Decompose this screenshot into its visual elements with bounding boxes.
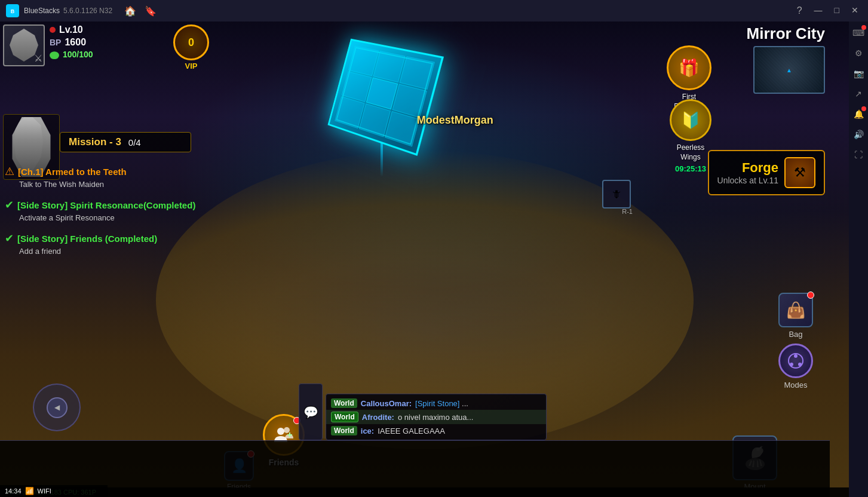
top-right-hud: Mirror City [747,24,825,94]
joystick-inner: ◀ [47,397,68,418]
hp-icon [50,50,59,59]
player-name-bar: Lv.10 [50,24,93,35]
forge-info: Forge Unlocks at Lv.11 [717,160,778,185]
mission-bar[interactable]: Mission - 3 0/4 [60,132,191,152]
chat-name-2: Afrodite: [362,413,394,422]
sidebar-icon-5[interactable]: 🔔 [852,108,865,121]
time-display: 14:34 [5,487,22,495]
chat-line-2: World Afrodite: o nivel maximo atua... [326,410,546,424]
svg-text:B: B [11,8,15,14]
bag-notification-badge [807,292,814,299]
location-name: Mirror City [747,24,825,43]
chat-name-1: CallousOmar: [361,399,412,408]
avatar-character-art [6,29,42,62]
cube-inner [328,39,444,156]
sidebar-icon-4[interactable]: ↗ [852,87,865,100]
bag-icon-glyph: 👜 [786,301,805,320]
quest-item-3[interactable]: ✔ [Side Story] Friends (Completed) Add a… [5,232,195,256]
minimap[interactable] [753,46,825,94]
player-avatar[interactable] [3,24,45,66]
quest-item-1[interactable]: ⚠ [Ch.1] Armed to the Teeth Talk to The … [5,165,195,189]
fps-bar: FPS: 35 MEM: 183 CPU: 361P [0,487,849,497]
vip-badge-area[interactable]: 0 VIP [173,24,209,70]
quest-title-row-3: ✔ [Side Story] Friends (Completed) [5,232,195,245]
settings-icon: ⚙ [855,48,863,58]
wifi-icon: 📶 [25,487,34,495]
chat-tag-1: World [331,398,357,408]
chat-tag-3: World [331,426,357,435]
svg-point-4 [798,363,802,366]
game-viewport[interactable]: ModestMorgan Lv.10 BP 1600 100/100 [0,22,849,497]
help-btn[interactable]: ? [793,4,806,17]
chat-box[interactable]: World CallousOmar: [Spirit Stone] ... Wo… [326,394,547,440]
modes-button[interactable]: Modes [778,343,813,389]
maximize-btn[interactable]: □ [831,4,843,17]
expand-icon: ⛶ [854,150,863,159]
sidebar-icon-2[interactable]: ⚙ [852,47,865,60]
home-btn[interactable]: 🏠 [124,5,136,17]
sidebar-badge-1 [861,25,866,30]
modes-icon [778,343,813,378]
quest-list: ⚠ [Ch.1] Armed to the Teeth Talk to The … [5,165,195,256]
status-indicator [50,27,56,33]
sidebar-icon-7[interactable]: ⛶ [852,148,865,161]
bag-label: Bag [789,330,802,339]
joystick-arrow: ◀ [54,403,60,412]
chat-msg-1: [Spirit Stone] ... [415,399,468,408]
sidebar-icon-3[interactable]: 📷 [852,67,865,80]
quest-check-icon-2: ✔ [5,232,14,245]
bag-icon: 👜 [778,293,813,327]
bookmark-btn[interactable]: 🔖 [145,5,157,17]
quest-title-3: [Side Story] Friends (Completed) [17,234,157,244]
player-stats-panel: Lv.10 BP 1600 100/100 [50,24,93,59]
quest-title-row-1: ⚠ [Ch.1] Armed to the Teeth [5,165,195,178]
chat-msg-text-1: ... [462,399,468,408]
quest-sub-1: Talk to The Wish Maiden [19,180,195,189]
item-slot-icon: 🗡 [611,188,622,201]
sidebar-badge-2 [861,106,866,111]
quest-title-1: [Ch.1] Armed to the Teeth [18,167,127,177]
mission-label: Mission - 3 [69,136,121,148]
bp-row: BP 1600 [50,37,93,48]
avatar-area: Lv.10 BP 1600 100/100 [3,24,93,66]
hp-text: 100/100 [63,50,93,59]
chat-input-button[interactable]: 💬 [299,384,323,440]
peerless-wings-label: PeerlessWings [677,143,705,162]
bag-button[interactable]: 👜 Bag [778,293,813,339]
forge-subtitle: Unlocks at Lv.11 [717,176,778,185]
forge-icon: ⚒ [784,157,815,188]
item-slot-label: R-1 [622,208,633,215]
bp-value: 1600 [65,37,86,48]
quest-check-icon-1: ✔ [5,198,14,211]
player-level: Lv.10 [59,24,83,35]
quest-title-2: [Side Story] Spirit Resonance(Completed) [17,200,195,210]
chat-icon: 💬 [303,405,318,419]
quest-warning-icon: ⚠ [5,165,14,178]
bluestacks-sidebar: ⌨ ⚙ 📷 ↗ 🔔 🔊 ⛶ [849,22,868,497]
app-version: 5.6.0.1126 N32 [63,7,112,15]
forge-title: Forge [742,160,778,176]
vip-badge[interactable]: 0 [173,24,209,60]
minimize-btn[interactable]: — [811,4,826,17]
mission-progress: 0/4 [128,137,141,148]
app-title: BlueStacks [24,7,60,15]
joystick[interactable]: ◀ [33,384,81,431]
forge-panel[interactable]: Forge Unlocks at Lv.11 ⚒ [708,150,825,195]
window-controls: ? — □ ✕ [793,4,862,17]
world-player-name: ModestMorgan [417,114,493,127]
sidebar-icon-6[interactable]: 🔊 [852,128,865,141]
peerless-wings[interactable]: 🔰 PeerlessWings 09:25:13 [670,99,711,173]
close-btn[interactable]: ✕ [848,4,862,17]
modes-label: Modes [784,381,807,389]
chat-msg-3: IAEEE GALEGAAA [378,427,445,435]
screenshot-icon: 📷 [854,69,864,78]
status-bar: 14:34 📶 WIFI [0,485,108,497]
svg-point-7 [284,427,290,433]
network-label: WIFI [38,487,51,495]
vip-label: VIP [185,62,198,70]
sidebar-icon-1[interactable]: ⌨ [852,26,865,39]
item-slot-r1[interactable]: 🗡 [602,180,631,208]
quest-sub-2: Activate a Spirit Resonance [19,213,195,222]
quest-item-2[interactable]: ✔ [Side Story] Spirit Resonance(Complete… [5,198,195,222]
titlebar: B BlueStacks 5.6.0.1126 N32 🏠 🔖 ? — □ ✕ [0,0,868,22]
